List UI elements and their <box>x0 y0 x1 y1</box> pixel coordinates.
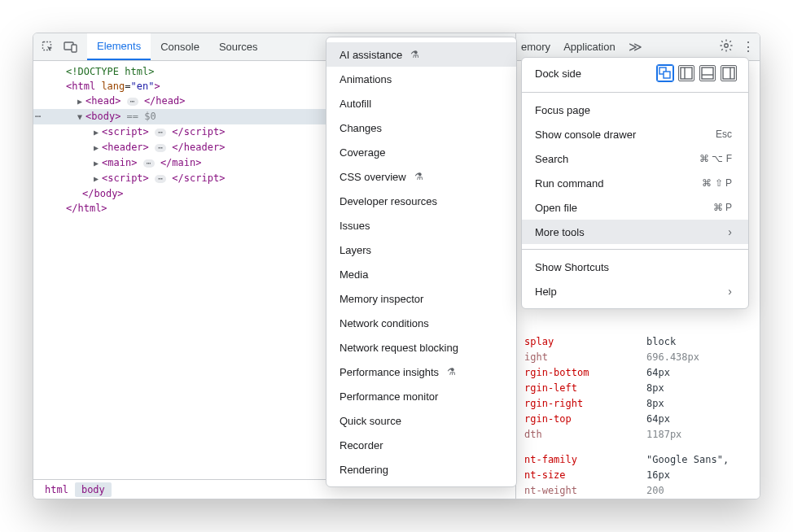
more-tools-item[interactable]: Performance insights⚗ <box>326 360 516 384</box>
menu-item-label: Media <box>340 268 368 281</box>
more-tools-item[interactable]: Network request blocking <box>326 335 516 360</box>
more-tools-item[interactable]: Network conditions <box>326 311 516 335</box>
menu-item-label: Quick source <box>340 415 401 427</box>
dock-bottom-icon[interactable] <box>699 65 716 81</box>
style-property-row[interactable]: nt-family"Google Sans", <box>524 452 751 468</box>
menu-run-command[interactable]: Run command⌘ ⇧ P <box>522 171 748 195</box>
style-property-value: "Google Sans", <box>646 452 729 468</box>
style-property-name: ight <box>524 350 638 365</box>
style-property-row[interactable]: ight696.438px <box>524 350 751 365</box>
menu-show-console[interactable]: Show console drawerEsc <box>522 122 748 146</box>
flask-icon: ⚗ <box>447 366 456 377</box>
style-property-name: nt-family <box>524 452 638 468</box>
style-property-value: 8px <box>646 381 664 396</box>
kebab-icon[interactable]: ⋮ <box>742 39 755 55</box>
style-property-row[interactable]: rgin-bottom64px <box>524 365 751 381</box>
tab-application[interactable]: Application <box>563 41 616 53</box>
style-property-value: 8px <box>646 396 664 412</box>
more-tools-item[interactable]: Changes <box>326 116 516 140</box>
menu-search[interactable]: Search⌘ ⌥ F <box>522 146 748 171</box>
breadcrumb-body[interactable]: body <box>75 482 112 497</box>
menu-item-label: Performance monitor <box>340 390 438 403</box>
style-property-value: 16px <box>646 468 670 483</box>
more-tools-item[interactable]: Quick source <box>326 408 516 433</box>
svg-point-3 <box>725 44 729 48</box>
more-tools-item[interactable]: Issues <box>326 213 516 238</box>
style-property-row[interactable]: rgin-top64px <box>524 412 751 427</box>
gear-icon[interactable] <box>719 38 734 55</box>
menu-item-label: Autofill <box>340 98 371 110</box>
menu-dock-side: Dock side <box>522 63 748 87</box>
menu-open-file[interactable]: Open file⌘ P <box>522 195 748 220</box>
svg-rect-6 <box>681 68 692 79</box>
style-property-row[interactable]: splayblock <box>524 334 751 350</box>
svg-rect-5 <box>664 72 670 78</box>
style-property-value: 64px <box>646 412 670 427</box>
dock-side-label: Dock side <box>535 68 581 80</box>
dock-left-icon[interactable] <box>678 65 694 81</box>
breadcrumb-html[interactable]: html <box>38 482 75 497</box>
style-property-name: splay <box>524 334 638 350</box>
style-property-row[interactable]: nt-size16px <box>524 468 751 483</box>
dock-undock-icon[interactable] <box>657 65 673 81</box>
chevron-right-icon: › <box>728 285 732 298</box>
tab-elements[interactable]: Elements <box>87 33 151 60</box>
menu-item-label: Layers <box>340 244 371 256</box>
more-tools-item[interactable]: Developer resources <box>326 189 516 213</box>
menu-help[interactable]: Help› <box>522 279 748 303</box>
menu-item-label: CSS overview <box>340 171 406 183</box>
menu-item-label: Changes <box>340 122 382 134</box>
more-tools-item[interactable]: Autofill <box>326 91 516 116</box>
more-tools-item[interactable]: Recorder <box>326 433 516 457</box>
tab-sources[interactable]: Sources <box>209 33 268 60</box>
more-tools-item[interactable]: Performance monitor <box>326 384 516 408</box>
menu-item-label: AI assistance <box>340 49 402 61</box>
svg-rect-10 <box>723 68 734 79</box>
menu-item-label: Performance insights <box>340 366 439 378</box>
main-overflow-menu: Dock side <box>521 57 749 309</box>
style-property-row[interactable]: rgin-left8px <box>524 381 751 396</box>
style-property-value: 1187px <box>646 427 681 443</box>
menu-item-label: Network conditions <box>340 317 429 329</box>
menu-item-label: Developer resources <box>340 195 437 207</box>
more-tools-item[interactable]: Rendering <box>326 457 516 482</box>
device-toolbar-icon[interactable] <box>59 36 82 59</box>
more-tools-item[interactable]: AI assistance⚗ <box>326 42 516 67</box>
style-property-name: nt-size <box>524 468 638 483</box>
more-tools-item[interactable]: Media <box>326 262 516 286</box>
menu-item-label: Memory inspector <box>340 293 423 305</box>
tab-memory-partial[interactable]: emory <box>521 41 550 53</box>
flask-icon: ⚗ <box>414 171 423 182</box>
chevron-right-icon: › <box>728 225 732 238</box>
style-property-value: 696.438px <box>646 350 699 365</box>
style-property-name: rgin-bottom <box>524 365 638 381</box>
flask-icon: ⚗ <box>410 49 419 60</box>
tab-console[interactable]: Console <box>151 33 209 60</box>
more-tools-item[interactable]: Animations <box>326 67 516 91</box>
more-tools-item[interactable]: Layers <box>326 238 516 262</box>
style-property-row[interactable]: nt-weight200 <box>524 483 751 499</box>
more-tools-item[interactable]: Memory inspector <box>326 286 516 311</box>
menu-focus-page[interactable]: Focus page <box>522 98 748 122</box>
dock-right-icon[interactable] <box>721 65 737 81</box>
menu-item-label: Recorder <box>340 439 383 451</box>
style-property-value: 64px <box>646 365 670 381</box>
more-tabs-icon[interactable]: ≫ <box>629 39 642 55</box>
style-property-name: rgin-top <box>524 412 638 427</box>
more-tools-item[interactable]: Coverage <box>326 140 516 164</box>
style-property-value: 200 <box>646 483 664 499</box>
style-property-name: nt-weight <box>524 483 638 499</box>
menu-item-label: Issues <box>340 220 370 232</box>
style-property-name: rgin-left <box>524 381 638 396</box>
more-tools-item[interactable]: CSS overview⚗ <box>326 164 516 189</box>
menu-more-tools[interactable]: More tools› <box>522 220 748 244</box>
style-property-value: block <box>646 334 676 350</box>
menu-item-label: Coverage <box>340 146 385 159</box>
style-property-name: dth <box>524 427 638 443</box>
inspect-icon[interactable] <box>37 36 59 59</box>
menu-show-shortcuts[interactable]: Show Shortcuts <box>522 255 748 279</box>
style-property-row[interactable]: dth1187px <box>524 427 751 443</box>
more-tools-menu: AI assistance⚗AnimationsAutofillChangesC… <box>326 37 517 487</box>
svg-rect-8 <box>702 68 713 79</box>
style-property-row[interactable]: rgin-right8px <box>524 396 751 412</box>
